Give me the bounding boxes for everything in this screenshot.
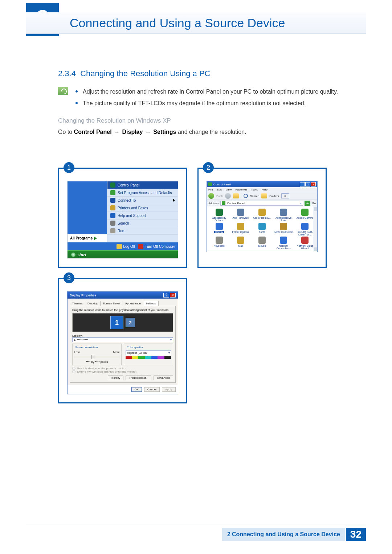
monitor-arrange[interactable]: 1 2 <box>72 313 173 332</box>
chevron-down-icon: ▾ <box>170 338 172 341</box>
start-menu-item[interactable]: Set Program Access and Defaults <box>107 189 178 197</box>
screenshot-start-menu: All Programs Control PanelSet Program Ac… <box>67 181 178 259</box>
footer-divider <box>26 525 366 525</box>
ok-button[interactable]: OK <box>131 387 142 392</box>
identify-button[interactable]: Identify <box>108 376 124 380</box>
control-panel-item[interactable]: Add Hardware <box>230 209 250 222</box>
back-button[interactable] <box>208 193 214 199</box>
control-panel-item[interactable]: Fonts <box>252 223 272 236</box>
resolution-value: **** by **** pixels <box>74 360 120 364</box>
address-input[interactable]: Control Panel ▾ <box>220 201 303 206</box>
chevron-down-icon[interactable]: ▾ <box>300 202 302 205</box>
control-panel-item[interactable]: Intel(R) GMA Driver for ... <box>295 223 315 236</box>
menu-file[interactable]: File <box>208 188 213 191</box>
page-number: 32 <box>346 528 366 541</box>
window-icon <box>208 182 212 186</box>
menu-tools[interactable]: Tools <box>251 188 258 191</box>
step-1: 1 All Programs Control PanelSet Program … <box>58 168 187 268</box>
control-panel-item[interactable]: Accessibility Options <box>209 209 229 222</box>
help-button[interactable]: ? <box>163 293 169 297</box>
search-label[interactable]: Search <box>250 194 259 198</box>
page-footer: 2 Connecting and Using a Source Device 3… <box>222 528 366 541</box>
control-panel-grid: Accessibility OptionsAdd HardwareAdd or … <box>207 206 317 252</box>
view-button[interactable]: ≡ <box>281 193 289 198</box>
color-quality-select[interactable]: Highest (32 bit) ▾ <box>126 350 171 355</box>
start-button[interactable]: start <box>68 250 178 258</box>
section-number: 2.3.4 <box>58 69 76 78</box>
go-button[interactable]: ➔ <box>305 201 310 206</box>
start-menu-item[interactable]: Search <box>107 219 178 227</box>
control-panel-item[interactable]: Mouse <box>252 237 272 250</box>
extend-desktop-checkbox[interactable]: Extend my Windows desktop onto this moni… <box>72 370 173 373</box>
display-label: Display: <box>72 334 173 337</box>
tab-settings[interactable]: Settings <box>143 301 159 306</box>
chevron-down-icon: ▾ <box>168 351 170 354</box>
minimize-button[interactable]: _ <box>300 182 305 186</box>
txt: and change the resolution. <box>176 129 246 135</box>
start-menu-item[interactable]: Help and Support <box>107 212 178 219</box>
tab-appearance[interactable]: Appearance <box>123 301 143 306</box>
address-value: Control Panel <box>227 202 244 205</box>
resolution-slider[interactable] <box>74 354 120 360</box>
forward-button[interactable] <box>225 193 231 199</box>
start-menu-item[interactable]: Printers and Faxes <box>107 204 178 212</box>
footer-chapter-title: Connecting and Using a Source Device <box>232 531 340 538</box>
start-menu-item[interactable]: Control Panel <box>107 181 178 189</box>
address-label: Address <box>208 202 219 205</box>
step-badge: 2 <box>203 162 214 173</box>
window-title: Control Panel <box>213 183 231 186</box>
footer-chapter-label: 2 Connecting and Using a Source Device <box>222 528 346 541</box>
note-icon <box>58 87 68 95</box>
monitor-2-icon[interactable]: 2 <box>126 318 135 327</box>
control-panel-item[interactable]: Keyboard <box>209 237 229 250</box>
arrow-icon: → <box>114 127 120 137</box>
back-label: Back <box>216 194 223 198</box>
chk-label: Use this device as the primary monitor. <box>77 367 127 370</box>
apply-button[interactable]: Apply <box>162 387 176 392</box>
menu-favorites[interactable]: Favorites <box>236 188 248 191</box>
sub-heading: Changing the Resolution on Windows XP <box>58 117 348 124</box>
control-panel-item[interactable]: Display <box>209 223 229 236</box>
turn-off-label: Turn Off Computer <box>145 245 175 249</box>
all-programs-button[interactable]: All Programs <box>68 234 107 242</box>
control-panel-item[interactable]: Network Connections <box>274 237 294 250</box>
tab-desktop[interactable]: Desktop <box>85 301 101 306</box>
scrollbar[interactable] <box>313 206 317 252</box>
close-button[interactable]: × <box>311 182 316 186</box>
monitor-1-icon[interactable]: 1 <box>110 316 123 329</box>
note-list: Adjust the resolution and refresh rate i… <box>75 87 338 111</box>
up-button[interactable] <box>233 193 239 198</box>
turn-off-button[interactable]: Turn Off Computer <box>138 244 175 249</box>
section-title: Changing the Resolution Using a PC <box>80 69 210 78</box>
advanced-button[interactable]: Advanced <box>154 376 173 380</box>
control-panel-item[interactable]: Network Setup Wizard <box>295 237 315 250</box>
troubleshoot-button[interactable]: Troubleshoot... <box>126 376 151 380</box>
display-select[interactable]: 1. ********** ▾ <box>72 337 173 342</box>
menu-bar[interactable]: File Edit View Favorites Tools Help <box>207 187 317 192</box>
tabs: Themes Desktop Screen Saver Appearance S… <box>70 301 176 306</box>
maximize-button[interactable]: □ <box>305 182 310 186</box>
tab-themes[interactable]: Themes <box>70 301 85 306</box>
log-off-button[interactable]: Log Off <box>117 244 135 249</box>
note-item: The picture quality of TFT-LCDs may degr… <box>75 99 338 108</box>
menu-edit[interactable]: Edit <box>217 188 222 191</box>
close-button[interactable]: × <box>170 293 176 297</box>
folders-label[interactable]: Folders <box>269 194 279 198</box>
tab-screen-saver[interactable]: Screen Saver <box>100 301 123 306</box>
control-panel-item[interactable]: Adobe Gamma <box>295 209 315 222</box>
control-panel-item[interactable]: Game Controllers <box>274 223 294 236</box>
screenshot-control-panel: Control Panel _ □ × File Edit View Favor… <box>207 181 318 252</box>
control-panel-item[interactable]: Folder Options <box>230 223 250 236</box>
step-2: 2 Control Panel _ □ × File Edit View Fav… <box>197 168 327 268</box>
arrow-icon: → <box>145 127 151 137</box>
control-panel-item[interactable]: Add or Remov... <box>252 209 272 222</box>
menu-help[interactable]: Help <box>262 188 268 191</box>
cancel-button[interactable]: Cancel <box>144 387 160 392</box>
menu-view[interactable]: View <box>225 188 232 191</box>
start-menu-item[interactable]: Connect To <box>107 197 178 204</box>
control-panel-item[interactable]: Administrative Tools <box>274 209 294 222</box>
start-menu-item[interactable]: Run... <box>107 227 178 235</box>
primary-monitor-checkbox[interactable]: Use this device as the primary monitor. <box>72 367 173 370</box>
toolbar: Back Search Folders ≡ <box>207 192 317 200</box>
control-panel-item[interactable]: Mail <box>230 237 250 250</box>
